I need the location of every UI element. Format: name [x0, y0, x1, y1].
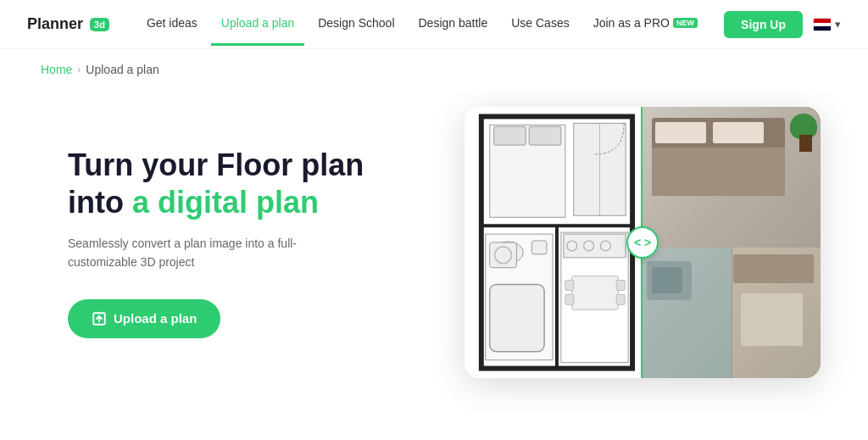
- nav-actions: Sign Up ▾: [724, 11, 841, 38]
- nav-item-upload-plan[interactable]: Upload a plan: [211, 3, 304, 46]
- svg-rect-23: [565, 294, 574, 304]
- floor-plan-3d: [643, 107, 821, 378]
- hero-image: < >: [458, 107, 827, 378]
- upload-cta-label: Upload a plan: [114, 311, 197, 326]
- language-selector[interactable]: ▾: [813, 18, 841, 31]
- svg-rect-11: [490, 285, 544, 352]
- navbar: Planner 3d Get ideas Upload a plan Desig…: [0, 0, 868, 49]
- breadcrumb: Home › Upload a plan: [0, 49, 868, 90]
- floorplan-svg: [465, 107, 641, 378]
- logo-text: Planner: [27, 15, 83, 33]
- render-3d: [643, 107, 821, 378]
- hero-subtitle: Seamlessly convert a plan image into a f…: [68, 234, 305, 272]
- logo-badge: 3d: [90, 18, 109, 31]
- nav-item-design-school[interactable]: Design School: [308, 3, 404, 46]
- comparison-widget: < >: [465, 107, 821, 378]
- upload-cta-button[interactable]: Upload a plan: [68, 299, 220, 338]
- signup-button[interactable]: Sign Up: [724, 11, 803, 38]
- svg-rect-13: [531, 241, 547, 254]
- nav-item-get-ideas[interactable]: Get ideas: [136, 3, 208, 46]
- upload-icon: [92, 311, 107, 326]
- breadcrumb-home[interactable]: Home: [41, 63, 72, 76]
- hero-content: Turn your Floor plan into a digital plan…: [68, 147, 424, 337]
- svg-rect-22: [565, 281, 574, 291]
- comparison-slider[interactable]: < >: [626, 226, 659, 259]
- svg-rect-21: [572, 276, 618, 310]
- breadcrumb-separator: ›: [77, 64, 81, 75]
- svg-rect-24: [616, 281, 625, 291]
- svg-rect-25: [616, 294, 625, 304]
- floor-plan-2d: [465, 107, 643, 378]
- breadcrumb-current: Upload a plan: [86, 63, 159, 76]
- lang-label: ▾: [835, 18, 841, 31]
- svg-rect-7: [529, 126, 561, 145]
- nav-item-design-battle[interactable]: Design battle: [409, 3, 498, 46]
- slider-arrows: < >: [634, 236, 651, 249]
- nav-item-use-cases[interactable]: Use Cases: [501, 3, 579, 46]
- svg-rect-17: [564, 234, 626, 258]
- logo[interactable]: Planner 3d: [27, 15, 109, 33]
- svg-rect-6: [494, 126, 526, 145]
- nav-links: Get ideas Upload a plan Design School De…: [136, 3, 724, 46]
- flag-icon: [813, 18, 832, 31]
- nav-item-join-pro[interactable]: Join as a PRO NEW: [583, 3, 708, 46]
- hero-section: Turn your Floor plan into a digital plan…: [0, 90, 868, 412]
- hero-highlight: a digital plan: [132, 185, 319, 220]
- hero-title: Turn your Floor plan into a digital plan: [68, 147, 424, 220]
- pro-badge: NEW: [673, 18, 698, 28]
